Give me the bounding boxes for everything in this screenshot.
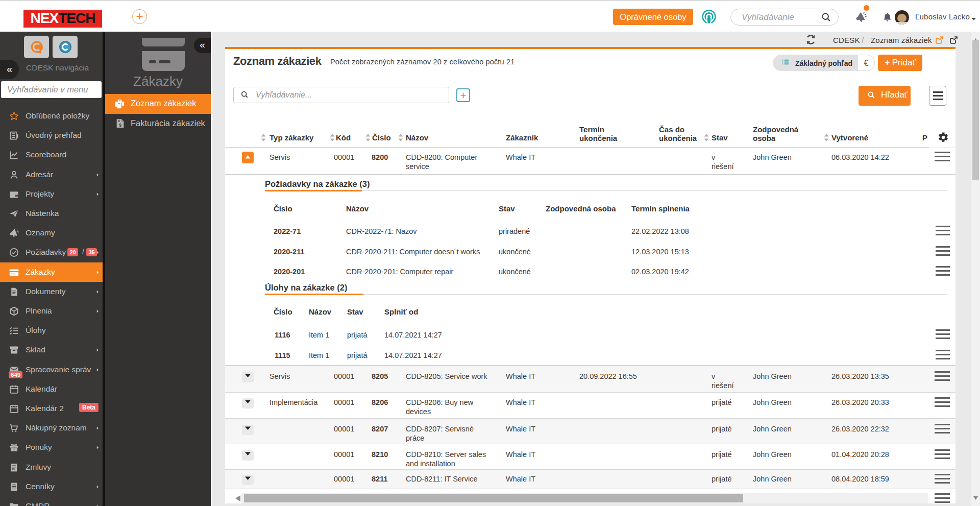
svg-text:$: $ xyxy=(119,123,121,128)
